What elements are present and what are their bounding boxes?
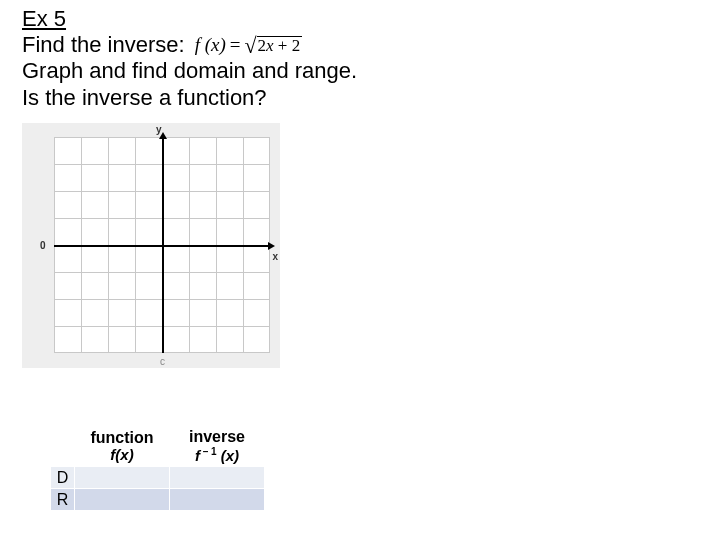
equals-sign: = xyxy=(230,34,241,57)
table-row: R xyxy=(51,489,265,511)
cell-range-function xyxy=(75,489,170,511)
graph-footer-char: c xyxy=(160,356,165,367)
cell-range-inverse xyxy=(170,489,265,511)
y-axis xyxy=(162,137,164,353)
sqrt-icon: √ xyxy=(244,33,256,59)
row-label-range: R xyxy=(51,489,75,511)
prompt-prefix: Find the inverse: xyxy=(22,32,185,58)
x-axis-arrow-icon xyxy=(268,242,275,250)
table-corner xyxy=(51,426,75,467)
domain-range-table: function f(x) inverse f – 1 (x) D R xyxy=(50,425,265,511)
cell-domain-function xyxy=(75,467,170,489)
graph-grid xyxy=(54,137,270,353)
sqrt-argument: 2x + 2 xyxy=(257,36,303,54)
prompt-line-1: Find the inverse: f (x) = √2x + 2 xyxy=(22,32,698,58)
prompt-line-2: Graph and find domain and range. xyxy=(22,58,698,84)
table-header-inverse: inverse f – 1 (x) xyxy=(170,426,265,467)
formula: f (x) = √2x + 2 xyxy=(195,32,303,58)
x-axis-label: x xyxy=(272,251,278,262)
table-row: D xyxy=(51,467,265,489)
table-header-function: function f(x) xyxy=(75,426,170,467)
origin-label: 0 xyxy=(40,240,46,251)
cell-domain-inverse xyxy=(170,467,265,489)
example-title: Ex 5 xyxy=(22,6,698,32)
formula-lhs: f (x) xyxy=(195,34,226,57)
y-axis-label: y xyxy=(156,124,162,135)
prompt-line-3: Is the inverse a function? xyxy=(22,85,698,111)
row-label-domain: D xyxy=(51,467,75,489)
coordinate-graph: y x 0 c xyxy=(22,123,280,368)
